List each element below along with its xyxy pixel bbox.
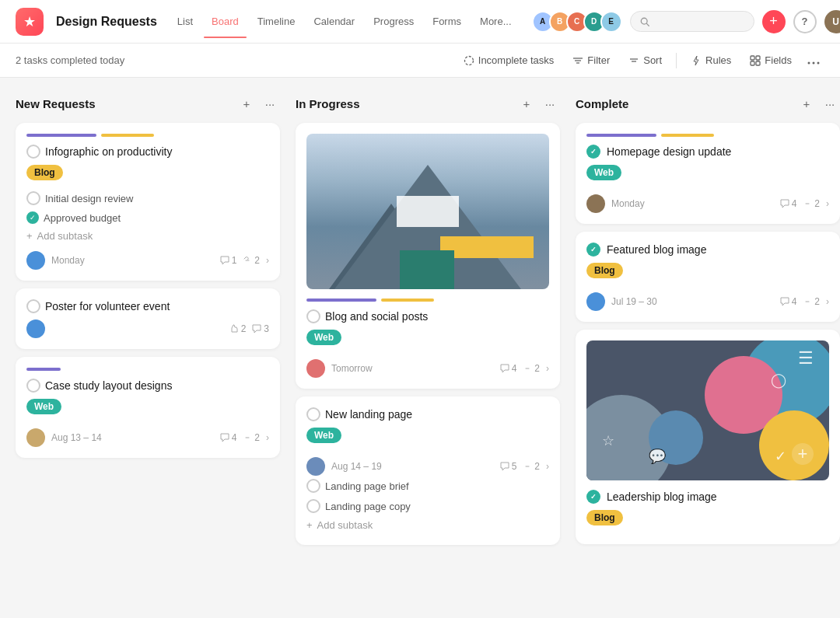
card-avatar-blog	[306, 359, 325, 378]
comments-blog: 4	[500, 363, 517, 374]
task-check-poster[interactable]	[26, 299, 40, 313]
card-title-featured: Featured blog image	[586, 243, 829, 257]
tag-web-homepage[interactable]: Web	[586, 165, 621, 180]
header: ★ Design Requests List Board Timeline Ca…	[0, 0, 840, 44]
team-avatars: A B C D E	[532, 11, 622, 33]
design-icon-circle: ◯	[771, 372, 786, 389]
svg-line-1	[646, 23, 649, 26]
add-subtask-infographic[interactable]: + Add subtask	[26, 227, 269, 245]
bar-purple-blog	[306, 299, 376, 302]
task-check-infographic[interactable]	[26, 145, 40, 159]
add-card-in-progress[interactable]: +	[516, 93, 537, 113]
task-check-featured[interactable]	[586, 243, 600, 257]
tab-board[interactable]: Board	[204, 11, 247, 32]
sort-button[interactable]: Sort	[621, 51, 670, 70]
lightning-icon	[691, 55, 702, 66]
tag-web-blog[interactable]: Web	[306, 330, 341, 345]
links-blog: 2	[523, 363, 540, 374]
search-bar[interactable]	[630, 11, 754, 32]
user-avatar[interactable]: U	[824, 10, 840, 33]
card-footer-poster: 2 3	[26, 319, 269, 338]
fields-button[interactable]: Fields	[742, 51, 800, 70]
card-footer-landing: Aug 14 – 19 5 2 ›	[306, 457, 549, 476]
tag-blog-infographic[interactable]: Blog	[26, 165, 63, 180]
arrow-landing[interactable]: ›	[546, 461, 549, 472]
column-header-in-progress: In Progress + ···	[296, 93, 560, 113]
rules-button[interactable]: Rules	[683, 51, 739, 70]
column-menu-in-progress[interactable]: ···	[540, 93, 560, 113]
card-case-study: Case study layout designs Web Aug 13 – 1…	[16, 357, 280, 458]
task-check-blog[interactable]	[306, 309, 320, 323]
comments-landing: 5	[500, 461, 517, 472]
more-options-button[interactable]	[803, 51, 824, 71]
filter-icon	[572, 55, 583, 66]
tab-more[interactable]: More...	[472, 11, 519, 32]
subtask-check-copy[interactable]	[306, 499, 320, 513]
column-menu-new-requests[interactable]: ···	[260, 93, 280, 113]
card-bars-homepage	[586, 134, 829, 137]
card-avatar-case	[26, 428, 45, 447]
column-title-in-progress: In Progress	[296, 97, 510, 110]
task-check-homepage[interactable]	[586, 145, 600, 159]
tab-forms[interactable]: Forms	[425, 11, 469, 32]
comment-icon	[500, 462, 509, 471]
subtask-check-design[interactable]	[26, 191, 40, 205]
subtask-copy: Landing page copy	[306, 496, 549, 516]
filter-button[interactable]: Filter	[565, 51, 618, 70]
add-card-new-requests[interactable]: +	[236, 93, 257, 113]
comment-icon	[252, 324, 261, 333]
task-check-landing[interactable]	[306, 407, 320, 421]
dc-yellow	[759, 410, 829, 480]
add-button[interactable]: +	[762, 10, 786, 33]
tag-blog-leadership[interactable]: Blog	[586, 510, 623, 525]
subtask-check-budget[interactable]	[26, 211, 39, 224]
column-complete: Complete + ··· Homepage design update We…	[576, 93, 840, 552]
tab-timeline[interactable]: Timeline	[250, 11, 303, 32]
card-poster: Poster for volunteer event 2 3	[16, 288, 280, 349]
link-icon	[803, 199, 812, 208]
arrow-featured[interactable]: ›	[826, 296, 829, 307]
subtask-brief: Landing page brief	[306, 476, 549, 496]
link-icon	[243, 433, 252, 442]
column-actions-in-progress: + ···	[516, 93, 560, 113]
filter-label: Filter	[587, 54, 610, 66]
search-input[interactable]	[654, 16, 744, 27]
column-title-complete: Complete	[576, 97, 790, 110]
arrow-infographic[interactable]: ›	[266, 255, 269, 266]
links-case: 2	[243, 432, 260, 443]
subtask-budget: Approved budget	[26, 208, 269, 227]
design-preview-leadership: ☰ ◯ ☆ 💬 ✓ +	[586, 340, 829, 480]
tab-progress[interactable]: Progress	[366, 11, 422, 32]
column-in-progress: In Progress + ···	[296, 93, 560, 553]
bar-yellow-homepage	[661, 134, 714, 137]
add-card-complete[interactable]: +	[796, 93, 817, 113]
tag-web-landing[interactable]: Web	[306, 428, 341, 443]
tab-calendar[interactable]: Calendar	[306, 11, 362, 32]
card-title-infographic: Infographic on productivity	[26, 145, 269, 159]
card-meta-landing: 5 2 ›	[500, 461, 549, 472]
rect-yellow	[440, 236, 534, 258]
arrow-case[interactable]: ›	[266, 432, 269, 443]
project-title: Design Requests	[56, 15, 157, 29]
svg-marker-8	[694, 56, 698, 65]
card-avatar-featured	[586, 292, 605, 311]
subtask-check-brief[interactable]	[306, 479, 320, 493]
tab-list[interactable]: List	[170, 11, 201, 32]
task-check-leadership[interactable]	[586, 490, 600, 504]
help-button[interactable]: ?	[793, 10, 817, 33]
card-footer-infographic: Monday 1 2 ›	[26, 251, 269, 270]
task-check-case[interactable]	[26, 379, 40, 393]
card-title-homepage: Homepage design update	[586, 145, 829, 159]
svg-rect-12	[756, 61, 760, 65]
fields-label: Fields	[765, 54, 792, 66]
arrow-homepage[interactable]: ›	[826, 198, 829, 209]
links-featured: 2	[803, 296, 820, 307]
arrow-blog[interactable]: ›	[546, 363, 549, 374]
add-subtask-landing[interactable]: + Add subtask	[306, 516, 549, 534]
column-header-complete: Complete + ···	[576, 93, 840, 113]
tag-web-case[interactable]: Web	[26, 399, 61, 414]
column-menu-complete[interactable]: ···	[820, 93, 840, 113]
tag-blog-featured[interactable]: Blog	[586, 263, 623, 278]
avatar-5: E	[600, 11, 622, 33]
incomplete-tasks-button[interactable]: Incomplete tasks	[456, 51, 562, 70]
